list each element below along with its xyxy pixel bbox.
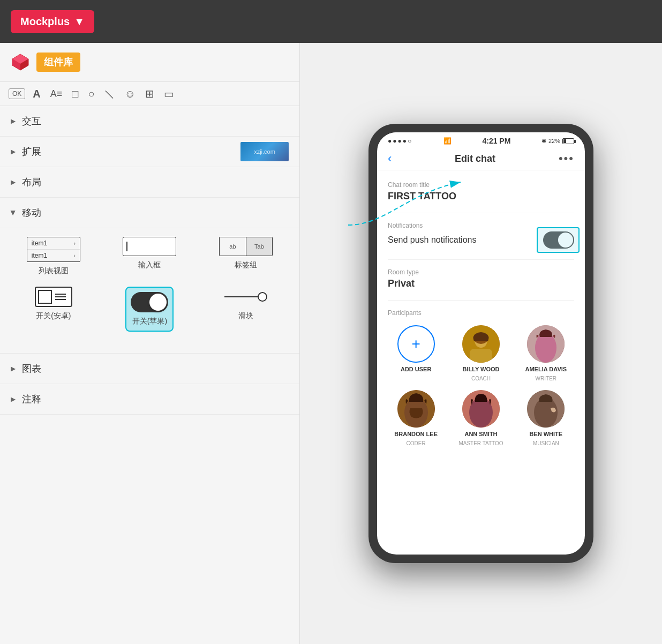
comp-grid-row1: item1› item1› 列表视图 输入框 <box>11 237 289 276</box>
room-type-label: Room type <box>388 268 574 276</box>
participant-add-user[interactable]: + ADD USER <box>388 325 444 381</box>
tab-group-widget: ab Tab <box>219 237 273 256</box>
toolbar-row: OK A A≡ □ ○ — ☺ ⊞ ▭ <box>0 81 299 106</box>
participant-amelia-davis[interactable]: AMELIA DAVIS WRITER <box>518 325 574 381</box>
comp-toggle-android[interactable]: 开关(安卓) <box>11 287 96 332</box>
comp-toggle-android-label: 开关(安卓) <box>36 311 71 321</box>
comp-input-box[interactable]: 输入框 <box>107 237 193 276</box>
avatar-ben-white <box>527 390 565 428</box>
tool-text-align[interactable]: A≡ <box>48 87 65 101</box>
tool-shape[interactable]: ▭ <box>162 86 176 101</box>
main-area: 组件库 OK A A≡ □ ○ — ☺ ⊞ ▭ ▶ 交互 ▶ 扩展 xzji.c… <box>0 43 662 644</box>
category-label: 交互 <box>22 115 41 128</box>
svg-rect-7 <box>470 349 492 363</box>
triangle-icon: ▶ <box>11 148 16 155</box>
toggle-thumb <box>38 290 52 304</box>
comp-toggle-ios-label: 开关(苹果) <box>132 317 167 326</box>
toggle-ios-thumb <box>149 294 167 311</box>
status-time: 4:21 PM <box>482 137 510 145</box>
add-user-button[interactable]: + <box>397 325 435 363</box>
status-bar: ●●●●○ 📶 4:21 PM ✱ 22% <box>377 132 585 147</box>
tool-emoji[interactable]: ☺ <box>123 87 138 101</box>
phone-screen: ●●●●○ 📶 4:21 PM ✱ 22% ‹ Edit <box>377 132 585 555</box>
list-item: item1› <box>27 237 80 250</box>
billy-wood-name: BILLY WOOD <box>462 366 499 372</box>
phone-toggle-switch[interactable] <box>543 231 574 249</box>
category-mobile[interactable]: ▶ 移动 <box>0 198 299 228</box>
comp-library-header: 组件库 <box>0 43 299 81</box>
toggle-ios-widget[interactable] <box>131 292 168 312</box>
chat-room-title-value: FIRST TATTOO <box>388 191 574 202</box>
comp-tab-group[interactable]: ab Tab 标签组 <box>203 237 289 276</box>
participants-label: Participants <box>388 309 574 317</box>
participant-ben-white[interactable]: BEN WHITE MUSICIAN <box>518 390 574 446</box>
participant-billy-wood[interactable]: BILLY WOOD COACH <box>453 325 509 381</box>
content-area: Chat room title FIRST TATTOO Notificatio… <box>377 170 585 555</box>
triangle-icon: ▶ <box>11 395 16 403</box>
mockplus-brand-button[interactable]: Mockplus ▼ <box>11 10 94 33</box>
comp-toggle-ios[interactable]: 开关(苹果) <box>107 287 193 332</box>
tool-text[interactable]: A <box>31 87 42 101</box>
participant-brandon-lee[interactable]: BRANDON LEE CODER <box>388 390 444 446</box>
divider <box>388 213 574 213</box>
add-user-label: ADD USER <box>401 366 431 372</box>
extend-thumbnail: xzji.com <box>240 142 289 161</box>
participants-grid: + ADD USER <box>388 325 574 446</box>
input-cursor <box>126 242 127 251</box>
comp-slider-label: 滑块 <box>238 311 253 321</box>
comp-list-view-label: 列表视图 <box>39 266 69 276</box>
divider <box>388 259 574 260</box>
room-type-value: Privat <box>388 278 574 289</box>
category-layout[interactable]: ▶ 布局 <box>0 167 299 198</box>
amelia-davis-name: AMELIA DAVIS <box>525 366 567 372</box>
tool-line[interactable]: — <box>99 84 120 104</box>
ben-white-name: BEN WHITE <box>529 431 562 437</box>
comp-slider[interactable]: 滑块 <box>203 287 289 332</box>
category-extend[interactable]: ▶ 扩展 xzji.com <box>0 137 299 167</box>
more-menu-button[interactable]: ••• <box>559 152 574 166</box>
notifications-label: Notifications <box>388 222 574 229</box>
toggle-lines <box>55 294 66 300</box>
avatar-billy-wood <box>462 325 500 363</box>
nav-bar: ‹ Edit chat ••• <box>377 147 585 170</box>
tab-part-ab: ab <box>220 237 246 256</box>
battery-percent: 22% <box>548 138 560 144</box>
tab-part-tab: Tab <box>246 237 273 256</box>
category-annotation[interactable]: ▶ 注释 <box>0 384 299 415</box>
list-view-widget: item1› item1› <box>27 237 80 262</box>
comp-list-view[interactable]: item1› item1› 列表视图 <box>11 237 96 276</box>
toggle-android-widget[interactable] <box>35 287 72 307</box>
svg-point-11 <box>535 333 556 363</box>
slider-widget[interactable] <box>224 287 267 307</box>
status-right: ✱ 22% <box>541 138 574 145</box>
bluetooth-icon: ✱ <box>541 138 546 145</box>
top-bar: Mockplus ▼ <box>0 0 662 43</box>
category-chart[interactable]: ▶ 图表 <box>0 354 299 384</box>
left-panel: 组件库 OK A A≡ □ ○ — ☺ ⊞ ▭ ▶ 交互 ▶ 扩展 xzji.c… <box>0 43 300 644</box>
toggle-ios-container: 开关(苹果) <box>125 287 174 332</box>
toggle-line <box>55 296 66 297</box>
category-interactive[interactable]: ▶ 交互 <box>0 106 299 137</box>
billy-wood-role: COACH <box>471 376 491 381</box>
category-label: 布局 <box>22 176 41 189</box>
tool-button-widget[interactable]: OK <box>9 88 25 99</box>
tool-circle[interactable]: ○ <box>86 87 96 101</box>
nav-title: Edit chat <box>455 153 495 164</box>
comp-input-label: 输入框 <box>138 260 161 270</box>
tool-image[interactable]: ⊞ <box>143 86 156 101</box>
back-button[interactable]: ‹ <box>388 152 392 166</box>
phone-mockup: ●●●●○ 📶 4:21 PM ✱ 22% ‹ Edit <box>368 124 593 563</box>
triangle-open-icon: ▶ <box>10 211 17 215</box>
tool-rect[interactable]: □ <box>70 87 80 101</box>
comp-tab-label: 标签组 <box>235 260 257 270</box>
participant-ann-smith[interactable]: ANN SMITH MASTER TATTOO <box>453 390 509 446</box>
mockplus-label: Mockplus <box>20 16 70 28</box>
toggle-thumb <box>558 233 573 248</box>
notifications-row: Send push notifications <box>388 231 574 249</box>
input-box-widget[interactable] <box>123 237 176 256</box>
slider-track <box>224 296 267 297</box>
chat-room-title-label: Chat room title <box>388 181 574 189</box>
battery-tip <box>574 140 576 143</box>
battery-icon <box>562 138 574 144</box>
library-label: 组件库 <box>36 53 80 72</box>
